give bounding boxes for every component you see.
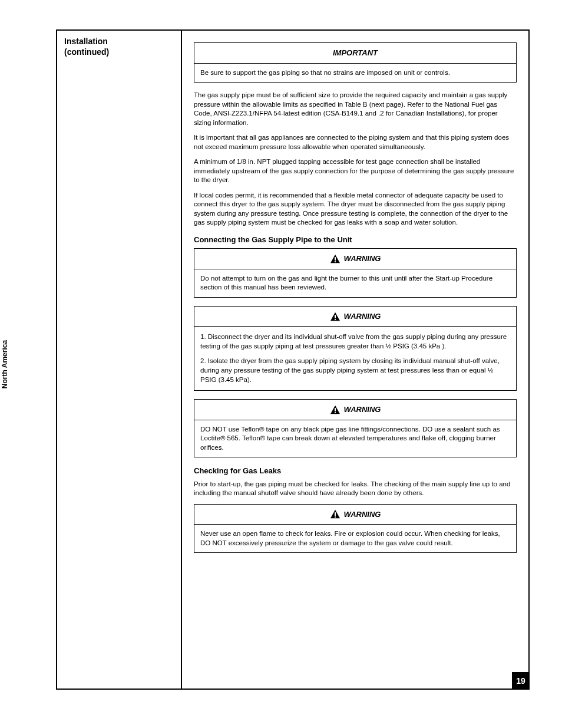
warning-box-3: WARNING DO NOT use Teflon® tape on any b… bbox=[194, 399, 517, 457]
warning-header-2: WARNING bbox=[194, 307, 516, 327]
warning-icon bbox=[330, 254, 340, 263]
warning-body-1: Do not attempt to turn on the gas and li… bbox=[194, 269, 516, 297]
warning-body-4: Never use an open flame to check for lea… bbox=[194, 525, 516, 552]
page-number: 19 bbox=[512, 672, 530, 690]
leak-heading: Checking for Gas Leaks bbox=[194, 466, 517, 476]
warning-label-1: WARNING bbox=[344, 253, 381, 264]
leak-paragraph: Prior to start-up, the gas piping must b… bbox=[194, 480, 517, 498]
warning-2-item-1: 1. Disconnect the dryer and its individu… bbox=[200, 332, 510, 351]
svg-point-5 bbox=[334, 412, 335, 413]
svg-rect-2 bbox=[335, 315, 336, 318]
sidebar-subtitle: (continued) bbox=[64, 47, 174, 57]
warning-box-4: WARNING Never use an open flame to check… bbox=[194, 504, 517, 554]
warning-icon bbox=[330, 405, 340, 414]
paragraph-4: If local codes permit, it is recommended… bbox=[194, 191, 517, 228]
warning-header-1: WARNING bbox=[194, 249, 516, 269]
warning-header-3: WARNING bbox=[194, 400, 516, 420]
warning-body-2: 1. Disconnect the dryer and its individu… bbox=[194, 327, 516, 390]
warning-box-2: WARNING 1. Disconnect the dryer and its … bbox=[194, 306, 517, 391]
svg-rect-0 bbox=[335, 257, 336, 261]
sidebar: Installation (continued) bbox=[57, 31, 182, 689]
warning-header-4: WARNING bbox=[194, 505, 516, 525]
paragraph-2: It is important that all gas appliances … bbox=[194, 133, 517, 151]
svg-rect-6 bbox=[335, 513, 336, 516]
warning-box-1: WARNING Do not attempt to turn on the ga… bbox=[194, 248, 517, 298]
important-body: Be sure to support the gas piping so tha… bbox=[194, 64, 516, 83]
warning-icon bbox=[330, 312, 340, 321]
warning-label-2: WARNING bbox=[344, 311, 381, 322]
svg-rect-4 bbox=[335, 408, 336, 411]
warning-body-3: DO NOT use Teflon® tape on any black pip… bbox=[194, 420, 516, 457]
svg-point-1 bbox=[334, 261, 335, 262]
warning-2-item-2: 2. Isolate the dryer from the gas supply… bbox=[200, 357, 510, 384]
svg-point-7 bbox=[334, 516, 335, 518]
important-header: IMPORTANT bbox=[194, 43, 516, 64]
svg-point-3 bbox=[334, 319, 335, 320]
warning-icon bbox=[330, 509, 340, 519]
warning-label-3: WARNING bbox=[344, 404, 381, 415]
paragraph-3: A minimum of 1/8 in. NPT plugged tapping… bbox=[194, 157, 517, 185]
warning-label-4: WARNING bbox=[344, 509, 381, 520]
connecting-heading: Connecting the Gas Supply Pipe to the Un… bbox=[194, 235, 517, 245]
paragraph-1: The gas supply pipe must be of sufficien… bbox=[194, 91, 517, 127]
page-frame: Installation (continued) IMPORTANT Be su… bbox=[56, 29, 530, 690]
main-content: IMPORTANT Be sure to support the gas pip… bbox=[182, 31, 528, 689]
sidebar-title: Installation bbox=[64, 37, 174, 46]
important-box: IMPORTANT Be sure to support the gas pip… bbox=[194, 42, 517, 83]
side-region-tag: North America bbox=[1, 340, 9, 388]
